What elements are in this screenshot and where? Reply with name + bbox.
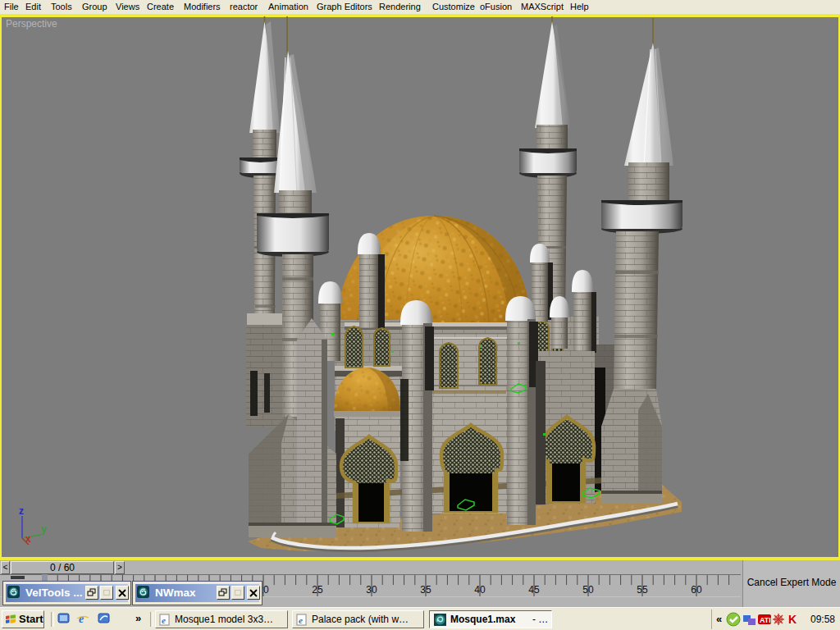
svg-text:y: y	[41, 523, 47, 535]
svg-text:e: e	[299, 615, 303, 625]
svg-text:e: e	[79, 613, 84, 625]
svg-text:30: 30	[366, 584, 377, 596]
svg-text:25: 25	[312, 584, 323, 596]
svg-text:z: z	[19, 505, 24, 517]
svg-text:K: K	[788, 613, 797, 626]
svg-text:45: 45	[528, 584, 540, 596]
svg-text:x: x	[25, 533, 31, 545]
svg-text:ATI: ATI	[760, 616, 771, 624]
svg-text:50: 50	[582, 584, 594, 596]
svg-text:55: 55	[637, 584, 648, 596]
svg-text:e: e	[162, 615, 166, 625]
svg-text:35: 35	[420, 584, 431, 596]
svg-text:40: 40	[474, 584, 486, 596]
svg-text:60: 60	[691, 584, 702, 596]
